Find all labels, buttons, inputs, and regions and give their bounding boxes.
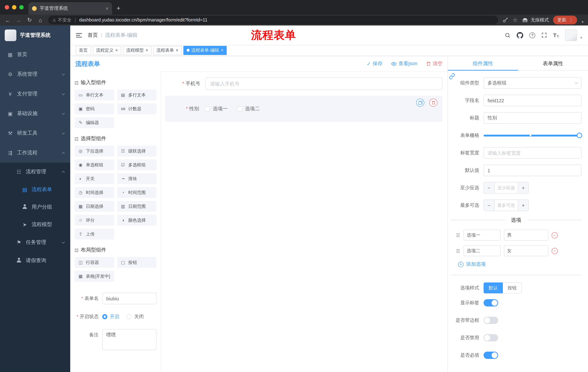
component-type-select[interactable]: 多选框组 [483,77,581,89]
checkbox-option-1[interactable]: 选项一 [205,106,228,112]
fullscreen-icon[interactable] [542,32,547,38]
github-icon[interactable] [517,32,524,38]
checkbox-option-2[interactable]: 选项二 [237,106,260,112]
user-avatar[interactable] [565,29,577,41]
close-window-button[interactable] [5,5,9,10]
tab-component-props[interactable]: 组件属性 [448,56,518,70]
sidebar-item-process-form[interactable]: ▤ 流程表单 [0,181,70,198]
increase-button[interactable]: + [518,182,528,193]
font-size-icon[interactable]: TT [553,32,559,38]
option-2-value-input[interactable] [504,245,548,256]
component-button[interactable]: ▢按钮 [117,257,157,268]
option-2-label-input[interactable] [463,245,501,256]
sidebar-item-workflow[interactable]: ⇶ 工作流程 [0,143,70,163]
option-1-value-input[interactable] [504,230,548,241]
component-counter[interactable]: 123计数器 [117,103,157,114]
grid-slider[interactable] [483,130,581,141]
form-name-input[interactable] [102,293,157,304]
component-radio-group[interactable]: ◉单选框组 [74,159,114,170]
phone-input[interactable] [205,77,442,90]
style-button-button[interactable]: 按钮 [503,282,522,293]
tag-process-model[interactable]: 流程模型 × [123,46,151,55]
tag-home[interactable]: 首页 [76,46,91,55]
back-button[interactable]: ← [4,17,11,23]
delete-component-button[interactable] [429,99,437,107]
save-button[interactable]: ✓ 保存 [367,60,383,67]
breadcrumb-home[interactable]: 首页 [88,32,98,38]
gender-component-selected[interactable]: 性别 选项一 选项二 [165,96,442,122]
close-icon[interactable]: × [176,48,178,53]
tab-form-props[interactable]: 表单属性 [518,56,588,70]
form-remark-textarea[interactable]: 嘿嘿 [102,329,157,350]
home-button[interactable]: ⌂ [37,17,44,23]
component-slider[interactable]: ╼滑块 [117,173,157,184]
close-icon[interactable]: × [115,48,118,53]
default-value-input[interactable] [483,165,581,176]
menu-dots-icon[interactable]: ⋮ [569,18,573,22]
max-select-input[interactable] [494,200,518,211]
component-switch[interactable]: ◐开关 [74,173,114,184]
component-upload[interactable]: ⇪上传 [74,229,114,240]
component-date-picker[interactable]: ▦日期选择 [74,201,114,212]
component-date-range[interactable]: ▥日期范围 [117,201,157,212]
radio-closed[interactable]: 关闭 [127,313,144,320]
radio-open[interactable]: 开启 [102,313,119,320]
add-option-button[interactable]: + 添加选项 [458,261,581,267]
component-cascader[interactable]: ☷级联选择 [117,146,157,157]
component-table[interactable]: ▦表格[开发中] [74,271,114,282]
title-input[interactable] [483,112,581,124]
avatar-caret-icon[interactable]: ▾ [580,36,582,40]
decrease-button[interactable]: − [484,200,494,211]
component-password[interactable]: ▣密码 [74,103,114,114]
remove-option-button[interactable]: − [551,232,558,238]
border-switch[interactable] [483,317,498,324]
sidebar-item-payment[interactable]: ¥ 支付管理 [0,84,70,104]
component-color-picker[interactable]: ◑颜色选择 [117,215,157,226]
duplicate-component-button[interactable] [416,99,424,107]
component-single-text[interactable]: ▭单行文本 [74,90,114,100]
tag-process-form[interactable]: 流程表单 × [153,46,182,55]
sidebar-item-home[interactable]: ▦ 首页 [0,45,70,64]
sidebar-item-process-mgmt[interactable]: ☷ 流程管理 [0,163,70,181]
close-icon[interactable]: × [221,48,223,53]
update-browser-button[interactable]: 更新 ⋮ [553,16,577,24]
reload-button[interactable]: ↻ [26,17,33,23]
new-tab-button[interactable]: + [116,4,120,12]
required-switch[interactable] [483,352,498,359]
remove-option-button[interactable]: − [551,248,558,254]
option-1-label-input[interactable] [463,230,501,241]
sidebar-item-leave-query[interactable]: 请假查询 [0,252,70,270]
decrease-button[interactable]: − [484,182,494,193]
drag-handle-icon[interactable]: ☰ [456,233,460,238]
forward-button[interactable]: → [15,17,22,23]
component-time-picker[interactable]: ◷时间选择 [74,187,114,198]
style-default-button[interactable]: 默认 [483,282,503,293]
component-row-container[interactable]: ◫行容器 [74,257,114,268]
sidebar-item-task-mgmt[interactable]: ⚑ 任务管理 [0,233,70,252]
sidebar-item-infra[interactable]: ▣ 基础设施 [0,104,70,123]
label-width-input[interactable] [483,147,581,159]
component-multi-text[interactable]: ▤多行文本 [117,90,157,100]
component-checkbox-group[interactable]: ☑多选框组 [117,159,157,170]
link-icon[interactable] [449,73,455,81]
collapse-sidebar-icon[interactable] [76,33,82,37]
disabled-switch[interactable] [483,334,498,341]
sidebar-item-user-groups[interactable]: 用户分组 [0,198,70,216]
component-dropdown[interactable]: ◎下拉选择 [74,146,114,157]
address-bar[interactable]: ⚠ 不安全 | dashboard.yudao.iocoder.cn/bpm/m… [48,16,498,24]
zoom-window-button[interactable] [19,5,24,10]
search-icon[interactable] [505,32,511,38]
drag-handle-icon[interactable]: ☰ [456,248,460,254]
tab-close-icon[interactable]: × [105,5,108,11]
component-editor[interactable]: ✎编辑器 [74,117,114,128]
close-icon[interactable]: × [146,48,148,53]
min-select-input[interactable] [494,182,518,193]
slider-thumb[interactable] [577,133,582,138]
profile-caret-icon[interactable]: ▾ [582,20,584,24]
bookmark-star-icon[interactable]: ☆ [513,17,518,23]
show-label-switch[interactable] [483,299,498,307]
component-time-range[interactable]: ◔时间范围 [117,187,157,198]
password-key-icon[interactable] [503,17,508,23]
minimize-window-button[interactable] [12,5,16,10]
clear-button[interactable]: 清空 [426,60,442,67]
